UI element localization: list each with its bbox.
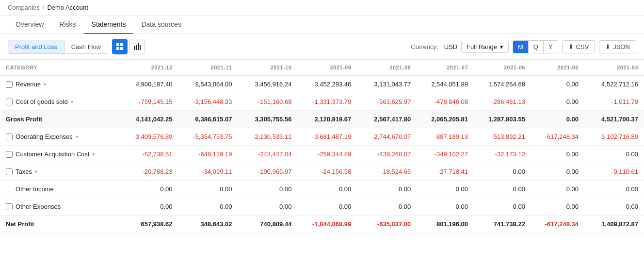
cell-gross-profit-7: 0.00 [531,111,584,128]
cell-net-profit-0: 657,938.62 [119,216,178,233]
nav-tab-statements[interactable]: Statements [84,16,134,34]
col-header-2021-09: 2021-09 [297,60,357,76]
cell-customer-acquisition-1: -649,119.19 [178,146,238,163]
row-checkbox-operating-expenses[interactable] [6,134,13,140]
cell-customer-acquisition-3: -259,344.89 [297,146,357,163]
col-header-2021-10: 2021-10 [238,60,297,76]
row-label-other-expenses: Other Expenses [16,203,61,210]
row-checkbox-revenue[interactable] [6,81,13,88]
cell-revenue-6: 1,574,264.68 [474,76,531,93]
statements-table: CATEGORY2021-122021-112021-102021-092021… [0,60,644,233]
svg-rect-1 [120,43,123,46]
cell-revenue-3: 3,452,293.46 [297,76,357,93]
nav-tab-risks[interactable]: Risks [51,16,83,34]
cell-gross-profit-4: 2,567,417.80 [357,111,417,128]
cell-net-profit-7: -617,248.34 [531,216,584,233]
cell-gross-profit-8: 4,521,700.37 [584,111,644,128]
cell-taxes-8: -9,110.61 [584,163,644,181]
row-label-revenue: Revenue [16,81,41,88]
cell-net-profit-2: 740,809.44 [238,216,297,233]
chart-view-btn[interactable] [129,39,145,54]
svg-rect-0 [116,43,119,46]
category-cell-net-profit: Net Profit [0,216,119,233]
svg-rect-4 [134,46,135,50]
cell-net-profit-8: 1,409,872.87 [584,216,644,233]
cell-net-profit-4: -635,037.00 [357,216,417,233]
period-btn-q[interactable]: Q [528,41,543,53]
cell-customer-acquisition-8: 0.00 [584,146,644,163]
category-cell-taxes: Taxes▾ [0,163,119,181]
nav-tabs: OverviewRisksStatementsData sources [0,16,644,34]
svg-rect-2 [116,47,119,50]
cell-taxes-4: -18,524.66 [357,163,417,181]
cell-taxes-6: 0.00 [474,163,531,181]
cell-operating-expenses-3: -3,681,487.19 [297,128,357,146]
toolbar: Profit and LossCash Flow Currency: USD F… [0,34,644,60]
cell-revenue-1: 9,543,064.00 [178,76,238,93]
cell-other-income-4: 0.00 [357,181,417,198]
svg-rect-5 [136,45,137,50]
chevron-down-icon: ▾ [500,43,503,50]
currency-value: USD [444,43,457,50]
cell-operating-expenses-6: -513,892.21 [474,128,531,146]
csv-label: CSV [576,43,589,50]
row-checkbox-taxes[interactable] [6,168,13,175]
cell-customer-acquisition-7: 0.00 [531,146,584,163]
cell-net-profit-3: -1,844,068.99 [297,216,357,233]
row-checkbox-customer-acquisition[interactable] [6,151,13,158]
stmt-btn-cash-flow[interactable]: Cash Flow [64,40,108,53]
stmt-btn-profit-loss[interactable]: Profit and Loss [8,40,64,53]
range-select[interactable]: Full Range ▾ [461,41,509,53]
nav-tab-overview[interactable]: Overview [8,16,51,34]
cell-gross-profit-0: 4,141,042.25 [119,111,178,128]
cell-cogs-3: -1,331,373.79 [297,93,357,111]
csv-export-btn[interactable]: ⬇ CSV [562,40,596,53]
cell-other-income-8: 0.00 [584,181,644,198]
table-row: Revenue▾4,900,187.409,543,064.003,456,91… [0,76,644,93]
cell-revenue-0: 4,900,187.40 [119,76,178,93]
cell-taxes-5: -27,718.41 [417,163,474,181]
cell-cogs-6: -286,461.13 [474,93,531,111]
json-label: JSON [613,43,630,50]
category-cell-gross-profit: Gross Profit [0,111,119,128]
cell-customer-acquisition-0: -52,738.51 [119,146,178,163]
cell-net-profit-5: 801,196.00 [417,216,474,233]
cell-customer-acquisition-6: -32,173.12 [474,146,531,163]
cell-operating-expenses-2: -2,130,533.11 [238,128,297,146]
row-checkbox-other-expenses[interactable] [6,203,13,210]
period-btn-y[interactable]: Y [543,41,558,53]
row-label-net-profit: Net Profit [6,220,34,228]
cell-cogs-0: -759,145.15 [119,93,178,111]
nav-tab-data-sources[interactable]: Data sources [133,16,189,34]
cell-other-expenses-4: 0.00 [357,198,417,216]
table-header: CATEGORY2021-122021-112021-102021-092021… [0,60,644,76]
cell-operating-expenses-4: -2,744,670.07 [357,128,417,146]
json-export-btn[interactable]: ⬇ JSON [599,40,636,53]
breadcrumb-parent[interactable]: Companies [8,4,40,11]
period-toggle: MQY [513,40,558,53]
cell-other-income-6: 0.00 [474,181,531,198]
cell-operating-expenses-1: -5,354,753.75 [178,128,238,146]
row-checkbox-cogs[interactable] [6,99,13,105]
cell-net-profit-6: 741,738.22 [474,216,531,233]
cell-other-expenses-1: 0.00 [178,198,238,216]
table-row: Other Income0.000.000.000.000.000.000.00… [0,181,644,198]
col-header-2021-05: 2021-05 [531,60,584,76]
table-row: Customer Acquisition Cost▾-52,738.51-649… [0,146,644,163]
row-label-other-income: Other Income [16,185,54,193]
download-icon: ⬇ [568,43,574,50]
table-row: Gross Profit4,141,042.256,386,615.073,30… [0,111,644,128]
cell-gross-profit-1: 6,386,615.07 [178,111,238,128]
table-view-btn[interactable] [112,39,128,54]
cell-other-expenses-0: 0.00 [119,198,178,216]
col-header-2021-04: 2021-04 [584,60,644,76]
cell-other-income-7: 0.00 [531,181,584,198]
cell-revenue-5: 2,544,051.89 [417,76,474,93]
category-cell-cogs: Cost of goods sold▾ [0,93,119,111]
row-label-taxes: Taxes [16,168,32,175]
period-btn-m[interactable]: M [513,41,528,53]
cell-net-profit-1: 348,643.02 [178,216,238,233]
cell-other-income-1: 0.00 [178,181,238,198]
cell-cogs-2: -151,160.68 [238,93,297,111]
breadcrumb-current: Demo Account [47,4,88,11]
